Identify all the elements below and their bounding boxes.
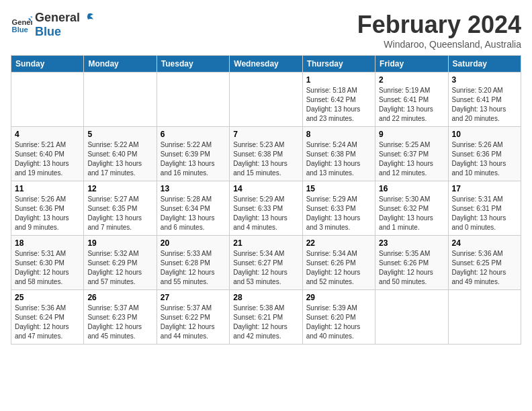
day-number: 24 xyxy=(452,238,517,248)
day-info: Sunrise: 5:36 AM Sunset: 6:24 PM Dayligh… xyxy=(15,304,80,341)
logo-blue: Blue xyxy=(35,25,95,39)
day-info: Sunrise: 5:34 AM Sunset: 6:27 PM Dayligh… xyxy=(233,249,298,287)
calendar-cell-w4-d1: 18Sunrise: 5:31 AM Sunset: 6:30 PM Dayli… xyxy=(11,236,84,290)
day-info: Sunrise: 5:29 AM Sunset: 6:33 PM Dayligh… xyxy=(306,195,371,232)
day-info: Sunrise: 5:24 AM Sunset: 6:38 PM Dayligh… xyxy=(306,140,371,178)
day-number: 16 xyxy=(379,184,444,193)
day-number: 8 xyxy=(306,130,371,139)
calendar-cell-w4-d7: 24Sunrise: 5:36 AM Sunset: 6:25 PM Dayli… xyxy=(448,236,521,290)
day-number: 2 xyxy=(379,75,444,85)
page-header: General Blue General Blue February 2024 … xyxy=(11,11,521,50)
week-row-1: 1Sunrise: 5:18 AM Sunset: 6:42 PM Daylig… xyxy=(11,73,521,127)
calendar-cell-w5-d2: 26Sunrise: 5:37 AM Sunset: 6:23 PM Dayli… xyxy=(84,290,157,345)
calendar-cell-w5-d3: 27Sunrise: 5:37 AM Sunset: 6:22 PM Dayli… xyxy=(157,290,229,345)
day-info: Sunrise: 5:27 AM Sunset: 6:35 PM Dayligh… xyxy=(87,195,152,232)
day-info: Sunrise: 5:37 AM Sunset: 6:22 PM Dayligh… xyxy=(161,304,226,341)
calendar-cell-w3-d6: 16Sunrise: 5:30 AM Sunset: 6:32 PM Dayli… xyxy=(375,181,448,236)
calendar-body: 1Sunrise: 5:18 AM Sunset: 6:42 PM Daylig… xyxy=(11,73,521,345)
day-number: 4 xyxy=(15,130,80,139)
col-tuesday: Tuesday xyxy=(157,56,229,73)
week-row-3: 11Sunrise: 5:26 AM Sunset: 6:36 PM Dayli… xyxy=(11,181,521,236)
calendar-cell-w2-d5: 8Sunrise: 5:24 AM Sunset: 6:38 PM Daylig… xyxy=(302,127,375,181)
day-number: 6 xyxy=(161,130,226,139)
day-info: Sunrise: 5:33 AM Sunset: 6:28 PM Dayligh… xyxy=(161,249,226,287)
col-wednesday: Wednesday xyxy=(230,56,302,73)
day-info: Sunrise: 5:38 AM Sunset: 6:21 PM Dayligh… xyxy=(233,304,298,341)
calendar-cell-w2-d4: 7Sunrise: 5:23 AM Sunset: 6:38 PM Daylig… xyxy=(230,127,302,181)
day-info: Sunrise: 5:32 AM Sunset: 6:29 PM Dayligh… xyxy=(87,249,152,287)
week-row-4: 18Sunrise: 5:31 AM Sunset: 6:30 PM Dayli… xyxy=(11,236,521,290)
calendar-cell-w4-d6: 23Sunrise: 5:35 AM Sunset: 6:26 PM Dayli… xyxy=(375,236,448,290)
calendar-cell-w1-d6: 2Sunrise: 5:19 AM Sunset: 6:41 PM Daylig… xyxy=(375,73,448,127)
day-number: 25 xyxy=(15,293,80,302)
svg-text:Blue: Blue xyxy=(12,26,28,34)
day-number: 14 xyxy=(233,184,298,193)
col-friday: Friday xyxy=(375,56,448,73)
calendar-cell-w3-d2: 12Sunrise: 5:27 AM Sunset: 6:35 PM Dayli… xyxy=(84,181,157,236)
day-info: Sunrise: 5:28 AM Sunset: 6:34 PM Dayligh… xyxy=(161,195,226,232)
day-number: 19 xyxy=(87,238,152,248)
week-row-5: 25Sunrise: 5:36 AM Sunset: 6:24 PM Dayli… xyxy=(11,290,521,345)
day-number: 5 xyxy=(87,130,152,139)
day-number: 22 xyxy=(306,238,371,248)
calendar-cell-w3-d1: 11Sunrise: 5:26 AM Sunset: 6:36 PM Dayli… xyxy=(11,181,84,236)
day-number: 13 xyxy=(161,184,226,193)
calendar-cell-w5-d1: 25Sunrise: 5:36 AM Sunset: 6:24 PM Dayli… xyxy=(11,290,84,345)
day-info: Sunrise: 5:21 AM Sunset: 6:40 PM Dayligh… xyxy=(15,140,80,178)
day-info: Sunrise: 5:31 AM Sunset: 6:30 PM Dayligh… xyxy=(15,249,80,287)
calendar-cell-w5-d5: 29Sunrise: 5:39 AM Sunset: 6:20 PM Dayli… xyxy=(302,290,375,345)
calendar-cell-w1-d4 xyxy=(230,73,302,127)
day-info: Sunrise: 5:31 AM Sunset: 6:31 PM Dayligh… xyxy=(452,195,517,232)
day-info: Sunrise: 5:22 AM Sunset: 6:40 PM Dayligh… xyxy=(87,140,152,178)
calendar-cell-w1-d1 xyxy=(11,73,84,127)
logo-icon: General Blue xyxy=(11,14,32,36)
calendar-table: Sunday Monday Tuesday Wednesday Thursday… xyxy=(11,55,521,345)
col-sunday: Sunday xyxy=(11,56,84,73)
week-row-2: 4Sunrise: 5:21 AM Sunset: 6:40 PM Daylig… xyxy=(11,127,521,181)
calendar-cell-w1-d7: 3Sunrise: 5:20 AM Sunset: 6:41 PM Daylig… xyxy=(448,73,521,127)
location-title: Windaroo, Queensland, Australia xyxy=(357,39,521,50)
calendar-cell-w1-d2 xyxy=(84,73,157,127)
day-info: Sunrise: 5:39 AM Sunset: 6:20 PM Dayligh… xyxy=(306,304,371,341)
day-info: Sunrise: 5:19 AM Sunset: 6:41 PM Dayligh… xyxy=(379,86,444,124)
day-info: Sunrise: 5:30 AM Sunset: 6:32 PM Dayligh… xyxy=(379,195,444,232)
calendar-header-row: Sunday Monday Tuesday Wednesday Thursday… xyxy=(11,56,521,73)
calendar-cell-w1-d3 xyxy=(157,73,229,127)
day-number: 7 xyxy=(233,130,298,139)
day-number: 28 xyxy=(233,293,298,302)
calendar-cell-w4-d5: 22Sunrise: 5:34 AM Sunset: 6:26 PM Dayli… xyxy=(302,236,375,290)
logo-general: General xyxy=(35,11,80,25)
day-number: 15 xyxy=(306,184,371,193)
logo-bird-icon xyxy=(81,11,95,25)
calendar-cell-w2-d6: 9Sunrise: 5:25 AM Sunset: 6:37 PM Daylig… xyxy=(375,127,448,181)
day-info: Sunrise: 5:29 AM Sunset: 6:33 PM Dayligh… xyxy=(233,195,298,232)
col-saturday: Saturday xyxy=(448,56,521,73)
month-title: February 2024 xyxy=(357,11,521,39)
day-info: Sunrise: 5:37 AM Sunset: 6:23 PM Dayligh… xyxy=(87,304,152,341)
day-number: 3 xyxy=(452,75,517,85)
day-info: Sunrise: 5:36 AM Sunset: 6:25 PM Dayligh… xyxy=(452,249,517,287)
day-info: Sunrise: 5:26 AM Sunset: 6:36 PM Dayligh… xyxy=(452,140,517,178)
day-number: 21 xyxy=(233,238,298,248)
day-number: 10 xyxy=(452,130,517,139)
day-number: 17 xyxy=(452,184,517,193)
day-info: Sunrise: 5:18 AM Sunset: 6:42 PM Dayligh… xyxy=(306,86,371,124)
logo: General Blue General Blue xyxy=(11,11,95,39)
calendar-cell-w3-d7: 17Sunrise: 5:31 AM Sunset: 6:31 PM Dayli… xyxy=(448,181,521,236)
day-info: Sunrise: 5:23 AM Sunset: 6:38 PM Dayligh… xyxy=(233,140,298,178)
day-info: Sunrise: 5:22 AM Sunset: 6:39 PM Dayligh… xyxy=(161,140,226,178)
calendar-cell-w2-d3: 6Sunrise: 5:22 AM Sunset: 6:39 PM Daylig… xyxy=(157,127,229,181)
calendar-cell-w2-d2: 5Sunrise: 5:22 AM Sunset: 6:40 PM Daylig… xyxy=(84,127,157,181)
calendar-cell-w4-d2: 19Sunrise: 5:32 AM Sunset: 6:29 PM Dayli… xyxy=(84,236,157,290)
col-thursday: Thursday xyxy=(302,56,375,73)
calendar-cell-w4-d3: 20Sunrise: 5:33 AM Sunset: 6:28 PM Dayli… xyxy=(157,236,229,290)
day-number: 27 xyxy=(161,293,226,302)
calendar-cell-w3-d3: 13Sunrise: 5:28 AM Sunset: 6:34 PM Dayli… xyxy=(157,181,229,236)
calendar-cell-w3-d4: 14Sunrise: 5:29 AM Sunset: 6:33 PM Dayli… xyxy=(230,181,302,236)
day-number: 29 xyxy=(306,293,371,302)
day-info: Sunrise: 5:35 AM Sunset: 6:26 PM Dayligh… xyxy=(379,249,444,287)
day-number: 1 xyxy=(306,75,371,85)
day-number: 9 xyxy=(379,130,444,139)
day-info: Sunrise: 5:25 AM Sunset: 6:37 PM Dayligh… xyxy=(379,140,444,178)
calendar-cell-w5-d7 xyxy=(448,290,521,345)
